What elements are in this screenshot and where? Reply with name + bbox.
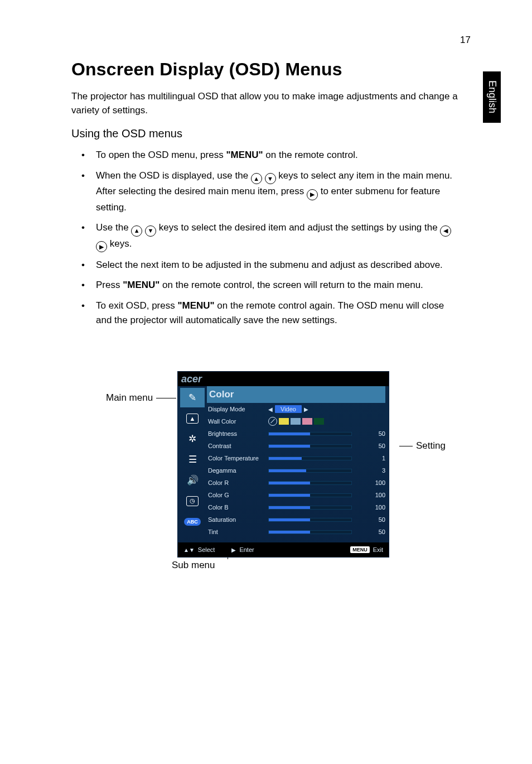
acer-logo: acer bbox=[181, 373, 202, 385]
language-tab: English bbox=[483, 71, 501, 123]
gear-icon: ✲ bbox=[180, 429, 205, 449]
left-arrow-icon: ◀ bbox=[440, 225, 451, 237]
text: Use the bbox=[96, 222, 131, 233]
abc-icon: ABC bbox=[180, 512, 205, 531]
list-item: Use the ▲ ▼ keys to select the desired i… bbox=[71, 220, 461, 252]
row-value: 100 bbox=[370, 492, 385, 498]
osd-row: Contrast50 bbox=[208, 440, 385, 452]
row-value: 50 bbox=[370, 516, 385, 523]
osd-row: Wall Color bbox=[208, 415, 385, 427]
osd-row: Tint50 bbox=[208, 526, 385, 538]
osd-row: Color Temperature1 bbox=[208, 452, 385, 464]
osd-row: Display Mode◀Video▶ bbox=[208, 403, 385, 415]
text: When the OSD is displayed, use the bbox=[96, 170, 251, 181]
osd-section-title: Color bbox=[207, 386, 385, 403]
osd-row: Color R100 bbox=[208, 477, 385, 489]
osd-main: Color Display Mode◀Video▶Wall ColorBrigh… bbox=[207, 386, 389, 540]
row-value: 100 bbox=[370, 479, 385, 486]
page-title: Onscreen Display (OSD) Menus bbox=[71, 59, 461, 80]
menu-keyword: "MENU" bbox=[226, 150, 263, 160]
osd-footer: ▲▼ Select ▶ Enter MENU Exit bbox=[178, 542, 389, 557]
list-item: To open the OSD menu, press "MENU" on th… bbox=[71, 148, 461, 162]
text: To open the OSD menu, press bbox=[96, 150, 226, 160]
text: on the remote control. bbox=[263, 150, 358, 160]
footer-exit-text: Exit bbox=[373, 546, 383, 553]
osd-row: Brightness50 bbox=[208, 427, 385, 440]
footer-select-text: Select bbox=[198, 546, 215, 553]
row-value: 1 bbox=[370, 455, 385, 462]
row-name: Brightness bbox=[208, 430, 268, 437]
row-control bbox=[268, 457, 370, 460]
row-name: Color G bbox=[208, 492, 268, 498]
setting-label: Setting bbox=[399, 440, 446, 451]
footer-enter: ▶ Enter bbox=[231, 546, 254, 553]
list-item: Press "MENU" on the remote control, the … bbox=[71, 278, 461, 292]
row-control bbox=[268, 417, 370, 426]
footer-select: ▲▼ Select bbox=[183, 546, 215, 553]
row-name: Color B bbox=[208, 504, 268, 511]
row-name: Wall Color bbox=[208, 418, 268, 425]
label-text: Setting bbox=[416, 440, 446, 451]
row-control bbox=[268, 530, 370, 534]
row-control bbox=[268, 444, 370, 448]
row-name: Color R bbox=[208, 479, 268, 486]
footer-exit: MENU Exit bbox=[350, 546, 383, 553]
row-control bbox=[268, 481, 370, 485]
page-number: 17 bbox=[460, 35, 471, 46]
footer-enter-text: Enter bbox=[239, 546, 254, 553]
row-control bbox=[268, 432, 370, 436]
text: To exit OSD, press bbox=[96, 300, 177, 311]
row-control bbox=[268, 506, 370, 510]
up-arrow-icon: ▲ bbox=[251, 173, 262, 184]
osd-diagram: Main menu Setting Sub menu acer ✎▲✲☰🔊◷AB… bbox=[71, 363, 461, 587]
row-value: 3 bbox=[370, 467, 385, 474]
brush-icon: ✎ bbox=[180, 388, 205, 407]
list-item: Select the next item to be adjusted in t… bbox=[71, 258, 461, 272]
list-item: To exit OSD, press "MENU" on the remote … bbox=[71, 299, 461, 328]
osd-sidebar: ✎▲✲☰🔊◷ABC bbox=[178, 386, 207, 540]
row-name: Color Temperature bbox=[208, 455, 268, 462]
menu-keyword: "MENU" bbox=[177, 300, 214, 311]
row-value: 50 bbox=[370, 430, 385, 437]
text: keys to select the desired item and adju… bbox=[159, 222, 441, 233]
main-menu-label: Main menu bbox=[106, 392, 176, 403]
row-control bbox=[268, 518, 370, 522]
menu-keyword: "MENU" bbox=[123, 280, 159, 290]
right-arrow-icon: ▶ bbox=[231, 547, 236, 553]
row-control: ◀Video▶ bbox=[268, 405, 370, 413]
right-arrow-icon: ▶ bbox=[307, 189, 318, 200]
speaker-icon: 🔊 bbox=[180, 470, 205, 490]
section-subheading: Using the OSD menus bbox=[71, 127, 461, 140]
row-control bbox=[268, 469, 370, 473]
osd-panel: acer ✎▲✲☰🔊◷ABC Color Display Mode◀Video▶… bbox=[177, 371, 389, 558]
clock-icon: ◷ bbox=[180, 491, 205, 511]
sub-menu-label: Sub menu bbox=[172, 560, 215, 571]
sliders-icon: ☰ bbox=[180, 450, 205, 469]
down-arrow-icon: ▼ bbox=[265, 173, 276, 184]
updown-icon: ▲▼ bbox=[183, 547, 195, 553]
label-text: Main menu bbox=[106, 392, 153, 403]
osd-header: acer bbox=[178, 372, 389, 386]
row-name: Degamma bbox=[208, 467, 268, 474]
down-arrow-icon: ▼ bbox=[145, 225, 156, 237]
osd-row: Color B100 bbox=[208, 501, 385, 513]
row-value: 50 bbox=[370, 528, 385, 535]
row-name: Tint bbox=[208, 528, 268, 535]
text: on the remote control, the screen will r… bbox=[159, 280, 423, 290]
row-control bbox=[268, 493, 370, 497]
menu-badge: MENU bbox=[350, 546, 370, 553]
row-name: Saturation bbox=[208, 516, 268, 523]
row-value: 100 bbox=[370, 504, 385, 511]
intro-text: The projector has multilingual OSD that … bbox=[71, 90, 461, 117]
osd-row: Saturation50 bbox=[208, 513, 385, 526]
osd-row: Color G100 bbox=[208, 489, 385, 501]
list-item: When the OSD is displayed, use the ▲ ▼ k… bbox=[71, 169, 461, 215]
row-name: Contrast bbox=[208, 443, 268, 449]
osd-row: Degamma3 bbox=[208, 464, 385, 477]
text: Press bbox=[96, 280, 123, 290]
up-arrow-icon: ▲ bbox=[131, 225, 142, 237]
row-value: 50 bbox=[370, 443, 385, 449]
text: keys. bbox=[110, 238, 132, 249]
right-arrow-icon: ▶ bbox=[96, 241, 107, 252]
row-name: Display Mode bbox=[208, 406, 268, 412]
